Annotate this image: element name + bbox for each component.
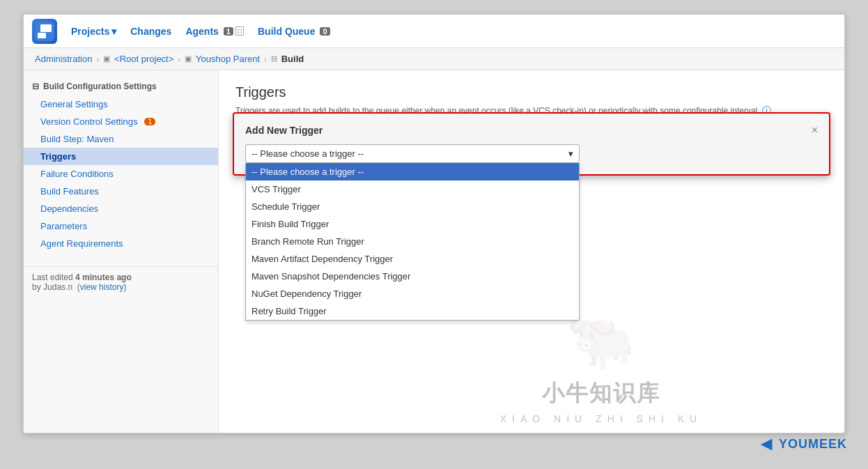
breadcrumb-sep-3: › [264,55,267,63]
svg-rect-2 [40,24,52,32]
sidebar-item-triggers[interactable]: Triggers [24,148,218,165]
vcs-badge: 1 [144,118,155,125]
chevron-down-icon: ▾ [111,26,116,37]
modal-header: Add New Trigger × [245,125,818,136]
main-content: Triggers Triggers are used to add builds… [219,70,844,433]
sidebar-item-failure-conditions[interactable]: Failure Conditions [24,165,218,183]
sidebar-footer: Last edited 4 minutes ago by Judas.n (vi… [24,266,218,298]
buildqueue-badge: 0 [320,27,330,36]
content-area: ⊟ Build Configuration Settings General S… [24,70,844,433]
dropdown-option-nuget[interactable]: NuGet Dependency Trigger [246,285,579,302]
dropdown-option-maven-snapshot[interactable]: Maven Snapshot Dependencies Trigger [246,268,579,285]
sidebar-item-build-features[interactable]: Build Features [24,183,218,200]
modal-close-button[interactable]: × [812,125,818,136]
dropdown-option-branch-remote-run[interactable]: Branch Remote Run Trigger [246,233,579,250]
dropdown-selected-value: -- Please choose a trigger -- [251,148,364,159]
nav-projects[interactable]: Projects ▾ [71,26,116,37]
editor-name: Judas.n [43,282,72,292]
app-logo [32,19,57,44]
modal-overlay: Add New Trigger × -- Please choose a tri… [219,70,844,433]
sidebar-item-parameters[interactable]: Parameters [24,217,218,235]
breadcrumb-current: Build [281,54,304,64]
nav-agents[interactable]: Agents 1 □ [185,26,244,37]
dropdown-option-placeholder[interactable]: -- Please choose a trigger -- [246,163,579,180]
watermark-en: XIAO NIU ZHI SHI KU [500,413,702,424]
dropdown-option-schedule[interactable]: Schedule Trigger [246,198,579,215]
dropdown-option-retry[interactable]: Retry Build Trigger [246,302,579,320]
dropdown-list: -- Please choose a trigger -- VCS Trigge… [245,163,580,321]
corner-logo: ◄ YOUMEEK [757,433,847,455]
trigger-dropdown-container: -- Please choose a trigger -- ▾ -- Pleas… [245,144,580,163]
modal-title: Add New Trigger [245,125,323,136]
breadcrumb-admin[interactable]: Administration [35,54,92,64]
sidebar-item-build-step-maven[interactable]: Build Step: Maven [24,130,218,148]
breadcrumb-sep-2: › [178,55,180,63]
root-project-icon: ▣ [103,54,110,63]
sidebar-item-dependencies[interactable]: Dependencies [24,200,218,217]
dropdown-option-vcs[interactable]: VCS Trigger [246,180,579,198]
corner-logo-text: YOUMEEK [779,437,847,452]
view-history-link[interactable]: view history [80,282,124,292]
trigger-dropdown[interactable]: -- Please choose a trigger -- ▾ [245,144,580,163]
breadcrumb-sep-1: › [96,55,99,63]
sidebar-item-vcs[interactable]: Version Control Settings 1 [24,113,218,130]
breadcrumb-root-project[interactable]: <Root project> [114,54,173,64]
dropdown-option-finish-build[interactable]: Finish Build Trigger [246,215,579,233]
svg-rect-1 [38,33,46,38]
nav-build-queue[interactable]: Build Queue 0 [258,26,330,37]
section-icon: ⊟ [32,82,39,91]
breadcrumb: Administration › ▣ <Root project> › ▣ Yo… [24,48,844,70]
youshop-icon: ▣ [185,54,192,63]
last-edited-time: 4 minutes ago [75,272,132,282]
watermark: 🐃 小牛知识库 XIAO NIU ZHI SHI KU [373,309,829,424]
top-nav: Projects ▾ Changes Agents 1 □ Build Queu… [24,15,844,48]
sidebar: ⊟ Build Configuration Settings General S… [24,70,219,433]
dropdown-option-maven-artifact[interactable]: Maven Artifact Dependency Trigger [246,250,579,268]
dropdown-arrow-icon: ▾ [568,148,573,159]
nav-changes[interactable]: Changes [130,26,171,37]
corner-logo-arrow-icon: ◄ [757,433,776,455]
watermark-cn: 小牛知识库 [542,378,660,409]
agents-badge: 1 [224,27,233,36]
breadcrumb-youshop[interactable]: Youshop Parent [196,54,260,64]
build-icon: ⊟ [271,54,277,63]
sidebar-item-agent-requirements[interactable]: Agent Requirements [24,235,218,252]
sidebar-section-title: ⊟ Build Configuration Settings [24,77,218,95]
sidebar-item-general[interactable]: General Settings [24,95,218,113]
modal-dialog: Add New Trigger × -- Please choose a tri… [233,112,830,176]
agents-queue-icon: □ [235,26,244,36]
